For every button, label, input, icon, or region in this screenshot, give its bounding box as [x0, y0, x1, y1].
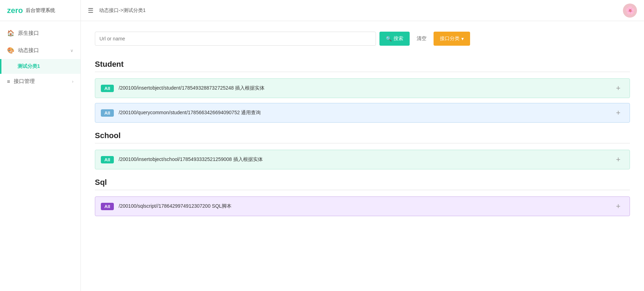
header: ☰ 动态接口->测试分类1 🌸: [81, 0, 644, 21]
api-path-api-3: /200100/insertobject/school/178549333252…: [119, 156, 613, 163]
api-badge-api-1: All: [101, 85, 114, 92]
api-path-api-2: /200100/querycommon/student/178566342669…: [119, 110, 613, 116]
api-plus-api-2[interactable]: +: [612, 108, 624, 117]
section-title-sql: Sql: [95, 174, 630, 187]
clear-button[interactable]: 清空: [413, 32, 430, 46]
api-badge-api-3: All: [101, 156, 114, 163]
search-icon: 🔍: [386, 36, 392, 41]
dynamic-icon: 🎨: [7, 47, 14, 54]
logo-text: 后台管理系统: [26, 7, 55, 14]
sidebar-item-label-api-management: 接口管理: [14, 78, 35, 85]
section-student: StudentAll/200100/insertobject/student/1…: [95, 56, 630, 123]
chevron-down-icon: ∨: [70, 48, 73, 53]
section-school: SchoolAll/200100/insertobject/school/178…: [95, 128, 630, 169]
sidebar-item-native[interactable]: 🏠 原生接口: [0, 25, 80, 42]
dropdown-icon: ▾: [461, 36, 464, 41]
section-divider-sql: [95, 190, 630, 190]
sidebar-item-label-native: 原生接口: [18, 30, 39, 37]
breadcrumb: 动态接口->测试分类1: [99, 7, 623, 14]
sidebar-logo: zero 后台管理系统: [0, 0, 80, 21]
api-path-api-1: /200100/insertobject/student/17854932887…: [119, 85, 613, 91]
api-badge-api-2: All: [101, 109, 114, 117]
home-icon: 🏠: [7, 30, 14, 37]
api-plus-api-3[interactable]: +: [612, 155, 624, 164]
search-input[interactable]: [99, 36, 371, 41]
section-title-school: School: [95, 128, 630, 140]
sidebar-menu: 🏠 原生接口 🎨 动态接口 ∨ 测试分类1 ≡ 接口管理 ›: [0, 21, 80, 89]
sidebar-item-api-management[interactable]: ≡ 接口管理 ›: [0, 74, 80, 89]
api-row-api-4[interactable]: All/200100/sqlscript//178642997491230720…: [95, 196, 630, 216]
api-path-api-4: /200100/sqlscript//1786429974912307200 S…: [119, 203, 613, 209]
api-management-icon: ≡: [7, 78, 10, 84]
category-button-label: 接口分类: [440, 35, 460, 42]
sidebar-item-dynamic[interactable]: 🎨 动态接口 ∨: [0, 42, 80, 59]
api-row-api-2[interactable]: All/200100/querycommon/student/178566342…: [95, 103, 630, 123]
avatar[interactable]: 🌸: [623, 4, 637, 18]
section-divider-school: [95, 143, 630, 143]
category-button[interactable]: 接口分类 ▾: [434, 32, 470, 46]
sidebar-item-test-category1[interactable]: 测试分类1: [0, 59, 80, 74]
content-area: 🔍 搜索 清空 接口分类 ▾ StudentAll/200100/inserto…: [81, 21, 644, 291]
search-button-label: 搜索: [393, 35, 403, 42]
logo-zero: zero: [7, 6, 23, 15]
chevron-right-icon: ›: [72, 79, 73, 84]
sidebar: zero 后台管理系统 🏠 原生接口 🎨 动态接口 ∨ 测试分类1 ≡ 接口管理…: [0, 0, 81, 291]
section-sql: SqlAll/200100/sqlscript//178642997491230…: [95, 174, 630, 216]
api-badge-api-4: All: [101, 203, 114, 210]
api-row-api-3[interactable]: All/200100/insertobject/school/178549333…: [95, 150, 630, 169]
section-title-student: Student: [95, 56, 630, 69]
sections-container: StudentAll/200100/insertobject/student/1…: [95, 56, 630, 216]
search-bar: 🔍 搜索 清空 接口分类 ▾: [95, 32, 630, 46]
api-plus-api-1[interactable]: +: [612, 84, 624, 93]
header-menu-icon[interactable]: ☰: [88, 7, 93, 14]
main-wrapper: ☰ 动态接口->测试分类1 🌸 🔍 搜索 清空 接口分类 ▾ StudentAl…: [81, 0, 644, 291]
sidebar-item-label-dynamic: 动态接口: [18, 47, 39, 54]
search-button[interactable]: 🔍 搜索: [379, 32, 410, 46]
sidebar-item-label-test-category1: 测试分类1: [18, 63, 40, 70]
api-plus-api-4[interactable]: +: [612, 202, 624, 211]
api-row-api-1[interactable]: All/200100/insertobject/student/17854932…: [95, 78, 630, 98]
section-divider-student: [95, 72, 630, 72]
search-input-wrap: [95, 32, 376, 46]
